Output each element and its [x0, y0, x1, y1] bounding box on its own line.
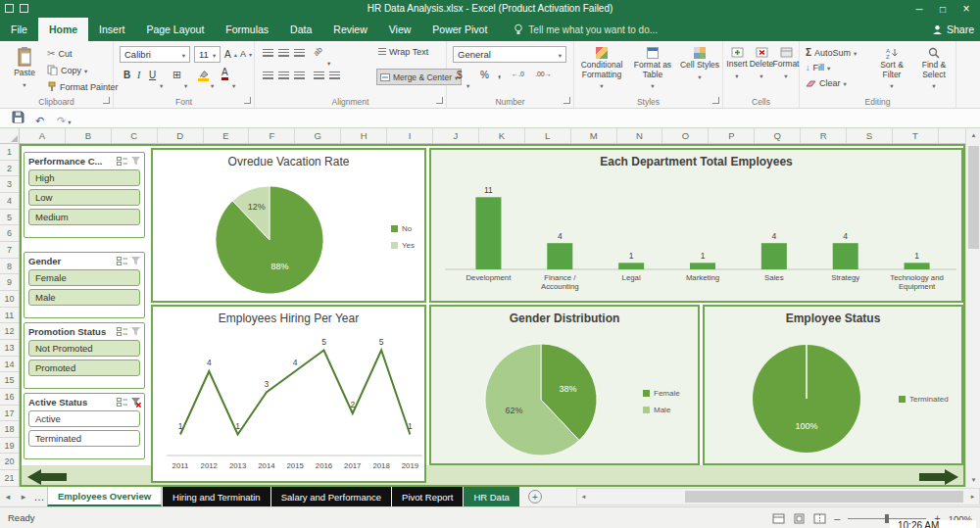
- tab-file[interactable]: File: [0, 18, 38, 41]
- tab-view[interactable]: View: [378, 18, 422, 41]
- insert-cells-button[interactable]: Insert: [725, 47, 749, 80]
- row-header-10[interactable]: 10: [0, 291, 19, 308]
- slicer-item-not-promoted[interactable]: Not Promoted: [28, 340, 140, 357]
- font-size-select[interactable]: 11: [194, 46, 220, 63]
- multiselect-icon[interactable]: [117, 397, 127, 408]
- column-header-s[interactable]: S: [847, 128, 893, 143]
- redo-button[interactable]: [57, 111, 71, 128]
- column-header-r[interactable]: R: [801, 128, 847, 143]
- borders-options-icon[interactable]: [184, 74, 187, 92]
- column-header-h[interactable]: H: [341, 128, 387, 143]
- align-right-icon[interactable]: [294, 72, 305, 80]
- row-header-19[interactable]: 19: [0, 438, 19, 455]
- align-center-icon[interactable]: [278, 72, 289, 80]
- scroll-up-icon[interactable]: ▴: [966, 128, 980, 142]
- align-middle-icon[interactable]: [278, 49, 289, 58]
- previous-page-arrow[interactable]: [27, 469, 67, 485]
- grow-font-button[interactable]: [224, 49, 237, 60]
- column-header-e[interactable]: E: [204, 128, 250, 143]
- qat-icon[interactable]: [20, 4, 28, 13]
- save-button[interactable]: [12, 111, 24, 123]
- autosum-button[interactable]: AutoSum: [806, 47, 857, 58]
- slicer-item-female[interactable]: Female: [28, 269, 140, 286]
- slicer-item-promoted[interactable]: Promoted: [28, 360, 140, 376]
- column-header-i[interactable]: I: [387, 128, 433, 143]
- scroll-right-icon[interactable]: ▸: [966, 489, 979, 504]
- tab-review[interactable]: Review: [322, 18, 377, 41]
- tab-data[interactable]: Data: [279, 18, 322, 41]
- new-sheet-button[interactable]: [528, 490, 542, 504]
- orientation-button[interactable]: [314, 47, 322, 56]
- zoom-slider[interactable]: [848, 518, 926, 519]
- paste-button[interactable]: Paste: [8, 46, 41, 89]
- close-button[interactable]: [955, 0, 978, 18]
- copy-button[interactable]: Copy: [47, 65, 87, 75]
- slicer-item-medium[interactable]: Medium: [28, 209, 140, 225]
- accounting-format-button[interactable]: [457, 70, 463, 80]
- column-header-n[interactable]: N: [617, 128, 663, 143]
- page-layout-view-icon[interactable]: [793, 513, 806, 524]
- column-header-a[interactable]: A: [20, 128, 66, 143]
- conditional-formatting-button[interactable]: Conditional Formatting: [576, 47, 627, 91]
- sheet-scroll-left-icon[interactable]: [0, 487, 16, 506]
- scroll-down-icon[interactable]: ▾: [966, 473, 980, 487]
- row-header-5[interactable]: 5: [0, 210, 19, 226]
- format-cells-button[interactable]: Format: [774, 47, 798, 80]
- tell-me-box[interactable]: Tell me what you want to do...: [514, 18, 658, 41]
- accounting-options-icon[interactable]: [466, 74, 469, 92]
- row-header-14[interactable]: 14: [0, 357, 19, 373]
- horizontal-scroll-thumb[interactable]: [685, 491, 963, 503]
- zoom-slider-thumb[interactable]: [885, 514, 889, 523]
- row-header-18[interactable]: 18: [0, 421, 19, 438]
- font-color-options-icon[interactable]: [232, 74, 235, 92]
- sheet-scroll-right-icon[interactable]: [16, 487, 31, 506]
- italic-button[interactable]: [137, 70, 140, 80]
- underline-options-icon[interactable]: [160, 74, 163, 92]
- wrap-text-button[interactable]: Wrap Text: [378, 47, 428, 57]
- column-header-f[interactable]: F: [249, 128, 295, 143]
- sheet-tab-pivot-report[interactable]: Pivot Report: [392, 487, 463, 506]
- qat-icon[interactable]: [5, 4, 14, 13]
- row-header-1[interactable]: 1: [0, 144, 19, 161]
- next-page-arrow[interactable]: [919, 469, 958, 485]
- row-header-11[interactable]: 11: [0, 308, 19, 324]
- chart-status[interactable]: Employee Status100%Terminated: [703, 305, 963, 465]
- column-header-d[interactable]: D: [158, 128, 204, 143]
- percent-style-button[interactable]: [480, 70, 489, 80]
- row-header-21[interactable]: 21: [0, 470, 19, 487]
- row-header-15[interactable]: 15: [0, 372, 19, 389]
- row-header-6[interactable]: 6: [0, 225, 19, 242]
- align-left-icon[interactable]: [263, 72, 273, 80]
- clear-filter-icon[interactable]: [130, 397, 141, 408]
- clear-filter-icon[interactable]: [130, 256, 141, 266]
- column-header-l[interactable]: L: [525, 128, 571, 143]
- sheet-ellipsis-icon[interactable]: [31, 487, 47, 506]
- zoom-out-button[interactable]: –: [834, 512, 840, 524]
- align-bottom-icon[interactable]: [294, 49, 305, 58]
- column-header-q[interactable]: Q: [755, 128, 801, 143]
- sheet-tab-hr-data[interactable]: HR Data: [464, 487, 518, 506]
- orientation-options-icon[interactable]: [327, 52, 330, 70]
- column-header-g[interactable]: G: [295, 128, 341, 143]
- row-header-7[interactable]: 7: [0, 242, 19, 259]
- maximize-button[interactable]: [931, 0, 955, 18]
- chart-vacation[interactable]: Ovredue Vacation Rate88%12%NoYes: [151, 148, 426, 303]
- find-select-button[interactable]: Find & Select: [913, 47, 955, 91]
- sort-filter-button[interactable]: AZ Sort & Filter: [872, 47, 911, 91]
- clipboard-dialog-launcher-icon[interactable]: [103, 97, 110, 104]
- delete-cells-button[interactable]: Delete: [750, 47, 773, 80]
- alignment-dialog-launcher-icon[interactable]: [436, 97, 443, 104]
- sheet-tab-hiring-and-terminatin[interactable]: Hiring and Terminatin: [163, 487, 270, 506]
- chart-hiring[interactable]: Employees Hiring Per Year120114201212013…: [151, 305, 426, 483]
- column-header-c[interactable]: C: [112, 128, 158, 143]
- clear-filter-icon[interactable]: [130, 326, 141, 337]
- tab-insert[interactable]: Insert: [88, 18, 135, 41]
- shrink-font-button[interactable]: [240, 49, 252, 59]
- share-button[interactable]: Share: [932, 18, 974, 41]
- increase-decimal-button[interactable]: [512, 71, 524, 77]
- slicer-item-low[interactable]: Low: [28, 189, 140, 206]
- comma-style-button[interactable]: [498, 68, 501, 79]
- column-header-p[interactable]: P: [709, 128, 755, 143]
- select-all-corner[interactable]: [0, 128, 20, 144]
- number-dialog-launcher-icon[interactable]: [564, 97, 570, 104]
